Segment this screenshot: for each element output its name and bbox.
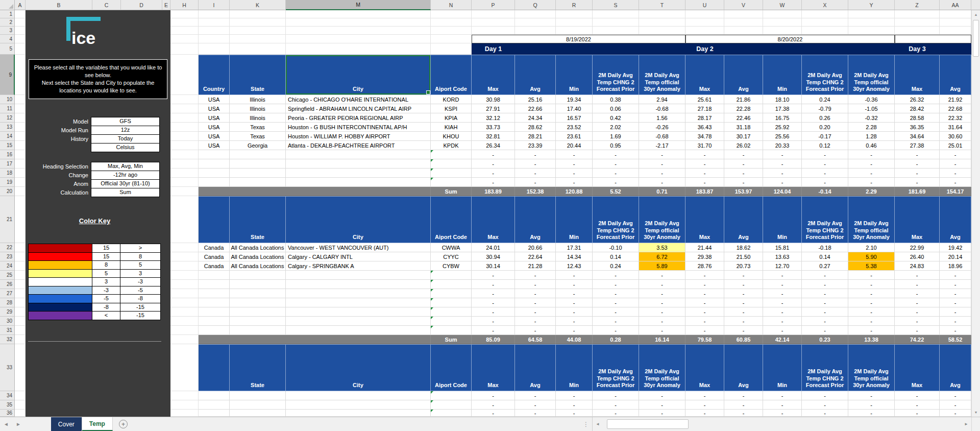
grid-cell[interactable]: [593, 27, 639, 35]
grid-cell[interactable]: [170, 95, 199, 104]
cell-empty[interactable]: [230, 400, 286, 410]
cell-value[interactable]: 13.63: [763, 252, 802, 261]
grid-cell[interactable]: [15, 317, 26, 326]
cell-dash[interactable]: -: [763, 150, 802, 159]
row-header-5[interactable]: 5: [0, 43, 15, 55]
header-value[interactable]: 2M Daily Avg Temp official 30yr Anomaly: [639, 55, 685, 95]
header-value[interactable]: 2M Daily Avg Temp official 30yr Anomaly: [848, 55, 895, 95]
sum-label[interactable]: Sum: [431, 187, 472, 196]
cell-dash[interactable]: -: [802, 307, 848, 317]
cell-dash[interactable]: -: [593, 317, 639, 326]
column-header-B[interactable]: B: [26, 0, 92, 10]
cell-dash[interactable]: -: [515, 150, 556, 159]
cell-dash[interactable]: -: [895, 391, 940, 400]
row-header-27[interactable]: 27: [0, 289, 15, 298]
day-band[interactable]: [802, 43, 848, 55]
cell-dash[interactable]: -: [515, 298, 556, 307]
cell-dash[interactable]: -: [556, 410, 593, 417]
grid-cell[interactable]: [15, 35, 26, 43]
cell-dash[interactable]: -: [724, 159, 763, 169]
sum-value[interactable]: 120.88: [556, 187, 593, 196]
cell-empty[interactable]: [230, 307, 286, 317]
grid-cell[interactable]: [556, 27, 593, 35]
cell-city[interactable]: Calgary - SPRINGBANK A: [286, 261, 431, 271]
grid-cell[interactable]: [639, 18, 685, 27]
grid-cell[interactable]: [170, 252, 199, 261]
cell-country[interactable]: USA: [199, 141, 230, 150]
grid-cell[interactable]: [170, 10, 199, 18]
cell-empty[interactable]: [230, 271, 286, 280]
cell-value[interactable]: 12.70: [763, 261, 802, 271]
grid-cell[interactable]: [763, 18, 802, 27]
grid-cell[interactable]: [170, 335, 199, 344]
cell-dash[interactable]: -: [515, 307, 556, 317]
cell-dash[interactable]: -: [472, 410, 515, 417]
model-select[interactable]: GFS: [91, 117, 160, 126]
cell-airport-code[interactable]: KPDK: [431, 141, 472, 150]
cell-dash[interactable]: -: [895, 159, 940, 169]
row-header-17[interactable]: 17: [0, 159, 15, 169]
sum-value[interactable]: 5.52: [593, 187, 639, 196]
sum-row-lead[interactable]: [199, 187, 431, 196]
cell-value[interactable]: 0.38: [593, 95, 639, 104]
cell-empty[interactable]: [431, 410, 472, 417]
cell-dash[interactable]: -: [593, 400, 639, 410]
grid-cell[interactable]: [15, 178, 26, 187]
cell-value[interactable]: 25.92: [763, 123, 802, 132]
cell-dash[interactable]: -: [593, 298, 639, 307]
grid-cell[interactable]: [15, 43, 26, 55]
grid-cell[interactable]: [170, 317, 199, 326]
cell-empty[interactable]: [286, 280, 431, 289]
cell-value[interactable]: 34.64: [895, 132, 940, 141]
horizontal-scroll-track[interactable]: [603, 417, 961, 431]
cell-empty[interactable]: [431, 159, 472, 169]
header-value[interactable]: Max: [472, 196, 515, 243]
cell-value[interactable]: 28.21: [515, 132, 556, 141]
sum-value[interactable]: 79.58: [685, 335, 724, 344]
cell-dash[interactable]: -: [639, 159, 685, 169]
cell-value[interactable]: 22.46: [724, 113, 763, 123]
cell-country[interactable]: USA: [199, 132, 230, 141]
grid-cell[interactable]: [170, 18, 199, 27]
grid-cell[interactable]: [895, 27, 940, 35]
cell-value[interactable]: 0.27: [802, 261, 848, 271]
column-header-A[interactable]: A: [15, 0, 26, 10]
cell-empty[interactable]: [199, 280, 230, 289]
cell-dash[interactable]: -: [802, 298, 848, 307]
cell-empty[interactable]: [230, 298, 286, 307]
grid-cell[interactable]: [593, 10, 639, 18]
cell-country[interactable]: Canada: [199, 261, 230, 271]
sum-value[interactable]: 13.38: [848, 335, 895, 344]
cell-airport-code[interactable]: CYYC: [431, 252, 472, 261]
cell-state[interactable]: Illinois: [230, 95, 286, 104]
grid-cell[interactable]: [15, 95, 26, 104]
cell-value[interactable]: 24.34: [515, 113, 556, 123]
cell-value[interactable]: 2.02: [593, 123, 639, 132]
cell-country[interactable]: USA: [199, 123, 230, 132]
grid-cell[interactable]: [15, 113, 26, 123]
column-header-X[interactable]: X: [802, 0, 848, 10]
sum-value[interactable]: 2.29: [848, 187, 895, 196]
cell-dash[interactable]: -: [556, 391, 593, 400]
cell-dash[interactable]: -: [515, 400, 556, 410]
cell-value[interactable]: 23.52: [556, 123, 593, 132]
row-header-13[interactable]: 13: [0, 123, 15, 132]
sum-value[interactable]: -0.14: [802, 187, 848, 196]
grid-cell[interactable]: [685, 27, 724, 35]
cell-state[interactable]: All Canada Locations: [230, 252, 286, 261]
day-band[interactable]: [593, 43, 639, 55]
cell-value[interactable]: 18.10: [763, 95, 802, 104]
cell-value[interactable]: 19.42: [940, 243, 971, 252]
grid-cell[interactable]: [15, 141, 26, 150]
cell-dash[interactable]: -: [556, 159, 593, 169]
grid-cell[interactable]: [15, 252, 26, 261]
sum-value[interactable]: 0.28: [593, 335, 639, 344]
grid-cell[interactable]: [230, 10, 286, 18]
grid-cell[interactable]: [15, 27, 26, 35]
cell-dash[interactable]: -: [895, 178, 940, 187]
cell-value[interactable]: 17.38: [763, 104, 802, 113]
row-header-20[interactable]: 20: [0, 187, 15, 196]
cell-value[interactable]: 0.95: [593, 141, 639, 150]
cell-dash[interactable]: -: [848, 169, 895, 178]
cell-value[interactable]: 25.01: [940, 141, 971, 150]
